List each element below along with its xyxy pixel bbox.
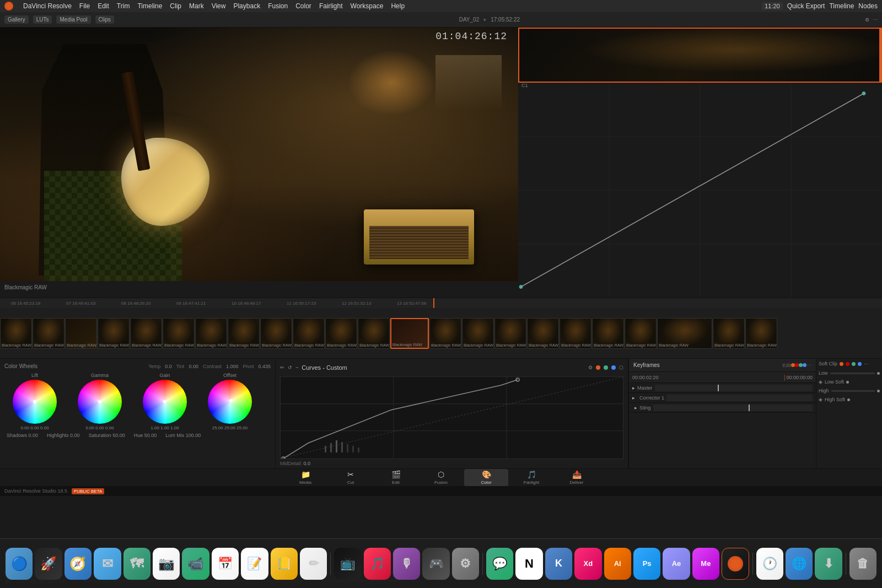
clip-thumb-11[interactable]: Blackmagic RAW [325,318,357,349]
gain-wheel[interactable] [143,380,187,424]
kf-master-expand[interactable]: ▸ [632,385,635,391]
dock-reminders[interactable]: 📝 [241,548,268,580]
dock-music[interactable]: 🎵 [364,548,391,580]
menu-fairlight[interactable]: Fairlight [319,2,343,10]
tab-media[interactable]: 📁 Media [283,469,327,487]
menu-edit[interactable]: Edit [98,2,109,10]
offset-wheel[interactable] [208,380,252,424]
kf-corrector-expand[interactable]: ▸ [632,395,635,401]
clip-dropdown-icon[interactable]: ▾ [483,17,486,23]
dock-notes[interactable]: 📒 [271,548,298,580]
lift-wheel[interactable] [13,380,57,424]
kf-master-track[interactable] [655,385,813,391]
clip-thumb-21[interactable]: Blackmagic RAW [657,318,712,349]
clip-thumb-6[interactable]: Blackmagic RAW [163,318,195,349]
media-pool-btn[interactable]: Media Pool [56,15,90,24]
project-settings-icon[interactable]: ⚙ [865,17,869,23]
clip-thumb-23[interactable]: Blackmagic RAW [745,318,777,349]
menu-trim[interactable]: Trim [117,2,130,10]
sc-high-slider[interactable] [831,390,875,392]
clip-thumb-5[interactable]: Blackmagic RAW [130,318,162,349]
clip-thumb-22[interactable]: Blackmagic RAW [713,318,745,349]
dock-browser[interactable]: 🌐 [786,548,813,580]
clip-thumb-active[interactable]: Blackmagic RAW [390,318,429,349]
clip-thumb-14[interactable]: Blackmagic RAW [429,318,461,349]
dock-downie[interactable]: ⬇ [815,548,842,580]
menu-color[interactable]: Color [295,2,311,10]
dock-finder[interactable]: 🔵 [6,548,33,580]
curves-expand-icon[interactable]: ⬡ [619,365,623,370]
clip-thumb-1[interactable]: Blackmagic RAW [0,318,32,349]
sc-low-slider[interactable] [830,373,875,374]
dock-photoshop[interactable]: Ps [633,548,660,580]
green-channel-dot[interactable] [604,365,608,370]
menu-davinci[interactable]: DaVinci Resolve [23,2,72,10]
clips-btn[interactable]: Clips [95,15,114,24]
menu-clip[interactable]: Clip [170,2,181,10]
clip-thumb-8[interactable]: Blackmagic RAW [228,318,260,349]
clip-thumb-9[interactable]: Blackmagic RAW [260,318,292,349]
timeline[interactable]: 06 16:45:23:18 07 16:49:41:03 08 16:48:2… [0,298,882,358]
dock-aftereffects[interactable]: Ae [663,548,690,580]
tab-fairlight[interactable]: 🎵 Fairlight [509,469,553,487]
dock-facetime[interactable]: 📹 [182,548,209,580]
mini-preview-thumb[interactable]: C1 [518,28,882,83]
dock-messages[interactable]: 💬 [486,548,513,580]
menu-file[interactable]: File [79,2,90,10]
menu-fusion[interactable]: Fusion [268,2,288,10]
clip-thumb-3[interactable]: Blackmagic RAW [65,318,97,349]
menu-help[interactable]: Help [391,2,405,10]
dock-trash[interactable]: 🗑 [849,548,876,580]
dock-freeform[interactable]: ✏ [300,548,327,580]
dock-xd[interactable]: Xd [574,548,601,580]
dock-notion[interactable]: N [515,548,542,580]
dock-mail[interactable]: ✉ [94,548,121,580]
menu-mark[interactable]: Mark [189,2,204,10]
kf-options-icon[interactable]: ⋯ [806,363,811,368]
tab-edit[interactable]: 🎬 Edit [374,469,418,487]
curves-reset-icon[interactable]: ↺ [288,365,292,370]
sc-options-icon[interactable]: ⋯ [864,362,868,366]
tab-deliver[interactable]: 📤 Deliver [555,469,599,487]
luts-btn[interactable]: LUTs [33,15,52,24]
dock-launchpad[interactable]: 🚀 [35,548,62,580]
dock-system[interactable]: ⚙ [452,548,479,580]
dock-premiere[interactable]: Me [692,548,719,580]
nodes-btn[interactable]: Nodes [858,2,878,10]
dock-calendar[interactable]: 📅 [212,548,239,580]
menu-view[interactable]: View [212,2,226,10]
dock-appletv[interactable]: 📺 [334,548,361,580]
viewer-settings-icon[interactable]: ⋯ [873,17,878,23]
kf-sting-track[interactable] [653,404,813,411]
tab-color[interactable]: 🎨 Color [464,469,508,487]
menu-playback[interactable]: Playback [233,2,260,10]
dock-photos[interactable]: 📷 [153,548,180,580]
dock-maps[interactable]: 🗺 [123,548,150,580]
curves-canvas[interactable] [280,376,623,459]
curves-smooth-icon[interactable]: ~ [295,365,298,370]
clip-thumb-18[interactable]: Blackmagic RAW [560,318,591,349]
curve-panel[interactable] [518,83,882,298]
keyframes-edit-btn[interactable]: Edit [782,363,791,368]
clip-thumb-20[interactable]: Blackmagic RAW [625,318,657,349]
kf-sting-expand[interactable]: ▸ [634,405,637,411]
quick-export[interactable]: Quick Export [787,2,825,10]
menu-workspace[interactable]: Workspace [351,2,384,10]
clip-thumb-15[interactable]: Blackmagic RAW [462,318,494,349]
dock-podcasts[interactable]: 🎙 [393,548,420,580]
timeline-btn[interactable]: Timeline [829,2,854,10]
clip-thumb-2[interactable]: Blackmagic RAW [33,318,64,349]
clip-thumb-12[interactable]: Blackmagic RAW [358,318,390,349]
clip-thumb-16[interactable]: Blackmagic RAW [494,318,526,349]
dock-keynote[interactable]: K [545,548,572,580]
curves-options-icon[interactable]: ⚙ [588,365,593,370]
tab-cut[interactable]: ✂ Cut [329,469,373,487]
gamma-wheel[interactable] [78,380,122,424]
kf-corrector-track[interactable] [666,395,813,401]
red-channel-dot[interactable] [596,365,600,370]
clip-thumb-19[interactable]: Blackmagic RAW [592,318,624,349]
gallery-btn[interactable]: Gallery [4,15,29,24]
menu-timeline[interactable]: Timeline [137,2,162,10]
dock-arcade[interactable]: 🎮 [422,548,449,580]
clip-thumb-17[interactable]: Blackmagic RAW [527,318,559,349]
